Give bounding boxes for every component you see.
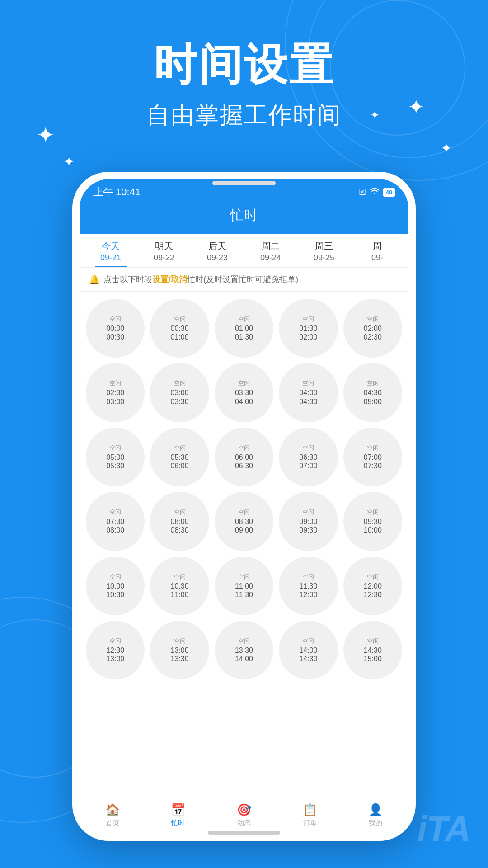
time-slot-24[interactable]: 空闲 12:00 12:30 <box>343 557 402 615</box>
slot-time-start: 03:00 <box>171 388 189 397</box>
time-slot-14[interactable]: 空闲 07:00 07:30 <box>343 428 402 486</box>
slot-time-end: 04:30 <box>299 397 317 406</box>
slot-time-start: 08:30 <box>235 517 253 526</box>
slot-status: 空闲 <box>174 637 186 645</box>
slot-time-end: 05:00 <box>364 397 382 406</box>
slot-status: 空闲 <box>302 379 314 387</box>
nav-item-动态[interactable]: 🎯 动态 <box>211 803 277 827</box>
day-date: 09-24 <box>246 253 296 263</box>
slot-status: 空闲 <box>109 637 121 645</box>
time-slot-1[interactable]: 空闲 00:30 01:00 <box>150 299 209 358</box>
time-slot-18[interactable]: 空闲 09:00 09:30 <box>279 492 338 551</box>
slot-time-end: 01:00 <box>171 333 189 341</box>
slot-time-end: 06:00 <box>171 462 189 470</box>
slot-time-end: 09:00 <box>235 526 253 534</box>
header-section: 时间设置 自由掌握工作时间 <box>0 0 488 131</box>
nav-label-忙时: 忙时 <box>171 819 185 827</box>
app-titlebar: 忙时 <box>80 202 408 234</box>
time-slot-3[interactable]: 空闲 01:30 02:00 <box>279 299 338 358</box>
time-slot-7[interactable]: 空闲 03:30 04:00 <box>215 363 273 422</box>
time-slot-4[interactable]: 空闲 02:00 02:30 <box>343 299 402 358</box>
watermark: iTA <box>417 808 470 850</box>
time-slot-0[interactable]: 空闲 00:00 00:30 <box>86 299 145 358</box>
slot-status: 空闲 <box>302 444 314 452</box>
time-slot-9[interactable]: 空闲 04:30 05:00 <box>343 363 402 422</box>
slot-time-end: 02:30 <box>364 333 382 341</box>
slot-time-end: 04:00 <box>235 397 253 406</box>
slot-time-start: 14:30 <box>364 646 382 655</box>
slot-time-end: 13:30 <box>171 655 189 663</box>
time-slot-22[interactable]: 空闲 11:00 11:30 <box>215 557 273 615</box>
day-tab-09-22[interactable]: 明天 09-22 <box>137 234 191 267</box>
time-slot-12[interactable]: 空闲 06:00 06:30 <box>215 428 273 486</box>
time-slot-8[interactable]: 空闲 04:00 04:30 <box>279 363 338 422</box>
battery-icon: 49 <box>383 188 395 197</box>
slot-status: 空闲 <box>367 573 379 581</box>
slot-time-start: 09:30 <box>364 517 382 526</box>
slot-status: 空闲 <box>302 573 314 581</box>
slot-status: 空闲 <box>174 444 186 452</box>
time-slot-5[interactable]: 空闲 02:30 03:00 <box>86 363 145 422</box>
nav-icon-订单: 📋 <box>303 803 317 817</box>
nav-item-首页[interactable]: 🏠 首页 <box>80 803 145 827</box>
slot-time-start: 05:30 <box>171 453 189 462</box>
slot-time-start: 02:00 <box>364 324 382 333</box>
slot-time-start: 09:00 <box>299 517 317 526</box>
slot-status: 空闲 <box>109 573 121 581</box>
nav-label-动态: 动态 <box>237 819 251 827</box>
time-slot-26[interactable]: 空闲 13:00 13:30 <box>150 621 209 679</box>
nav-item-我的[interactable]: 👤 我的 <box>343 803 408 827</box>
time-slot-6[interactable]: 空闲 03:00 03:30 <box>150 363 209 422</box>
notice-text: 点击以下时段设置/取消忙时(及时设置忙时可避免拒单) <box>103 274 298 285</box>
day-tab-09-23[interactable]: 后天 09-23 <box>191 234 244 267</box>
slot-time-start: 10:00 <box>106 582 124 590</box>
time-slot-15[interactable]: 空闲 07:30 08:00 <box>86 492 145 551</box>
slot-time-end: 05:30 <box>106 462 124 470</box>
sparkle-icon-2: ✦ <box>63 154 75 170</box>
time-slot-19[interactable]: 空闲 09:30 10:00 <box>343 492 402 551</box>
nav-icon-忙时: 📅 <box>171 803 185 817</box>
nav-item-订单[interactable]: 📋 订单 <box>277 803 343 827</box>
slot-time-end: 09:30 <box>299 526 317 534</box>
day-date: 09-22 <box>139 253 189 263</box>
time-slot-13[interactable]: 空闲 06:30 07:00 <box>279 428 338 486</box>
slot-time-end: 08:30 <box>171 526 189 534</box>
time-slot-16[interactable]: 空闲 08:00 08:30 <box>150 492 209 551</box>
slot-status: 空闲 <box>238 508 250 516</box>
time-slot-29[interactable]: 空闲 14:30 15:00 <box>343 621 402 679</box>
slot-time-start: 11:00 <box>235 582 253 590</box>
slot-time-end: 10:30 <box>106 590 124 599</box>
slot-time-end: 07:00 <box>299 462 317 470</box>
slot-time-start: 05:00 <box>106 453 124 462</box>
day-tab-09-21[interactable]: 今天 09-21 <box>84 234 137 267</box>
time-grid-scroll[interactable]: 空闲 00:00 00:30 空闲 00:30 01:00 空闲 01:00 0… <box>80 292 408 799</box>
time-slot-20[interactable]: 空闲 10:00 10:30 <box>86 557 145 615</box>
time-slot-21[interactable]: 空闲 10:30 11:00 <box>150 557 209 615</box>
nav-icon-首页: 🏠 <box>105 803 120 817</box>
slot-status: 空闲 <box>174 379 186 387</box>
bell-icon: 🔔 <box>89 274 100 285</box>
app-title: 忙时 <box>230 208 258 222</box>
day-date: 09- <box>352 253 402 263</box>
day-name: 明天 <box>139 240 189 252</box>
day-tab-09-25[interactable]: 周三 09-25 <box>297 234 351 267</box>
day-tab-09-24[interactable]: 周二 09-24 <box>244 234 297 267</box>
time-slot-23[interactable]: 空闲 11:30 12:00 <box>279 557 338 615</box>
slot-status: 空闲 <box>109 508 121 516</box>
nav-icon-我的: 👤 <box>368 803 383 817</box>
time-slot-27[interactable]: 空闲 13:30 14:00 <box>215 621 273 679</box>
time-slot-2[interactable]: 空闲 01:00 01:30 <box>215 299 273 358</box>
time-slot-28[interactable]: 空闲 14:00 14:30 <box>279 621 338 679</box>
time-slot-17[interactable]: 空闲 08:30 09:00 <box>215 492 273 551</box>
slot-time-start: 10:30 <box>171 582 189 590</box>
slot-status: 空闲 <box>367 637 379 645</box>
time-slot-10[interactable]: 空闲 05:00 05:30 <box>86 428 145 486</box>
slot-time-start: 12:30 <box>106 646 124 655</box>
nav-item-忙时[interactable]: 📅 忙时 <box>145 803 211 827</box>
time-slot-11[interactable]: 空闲 05:30 06:00 <box>150 428 209 486</box>
slot-status: 空闲 <box>238 444 250 452</box>
day-tab-09-[interactable]: 周 09- <box>351 234 404 267</box>
time-slot-25[interactable]: 空闲 12:30 13:00 <box>86 621 145 679</box>
slot-time-end: 12:00 <box>299 590 317 599</box>
day-tabs: 今天 09-21 明天 09-22 后天 09-23 周二 09-24 周三 0… <box>80 234 408 268</box>
